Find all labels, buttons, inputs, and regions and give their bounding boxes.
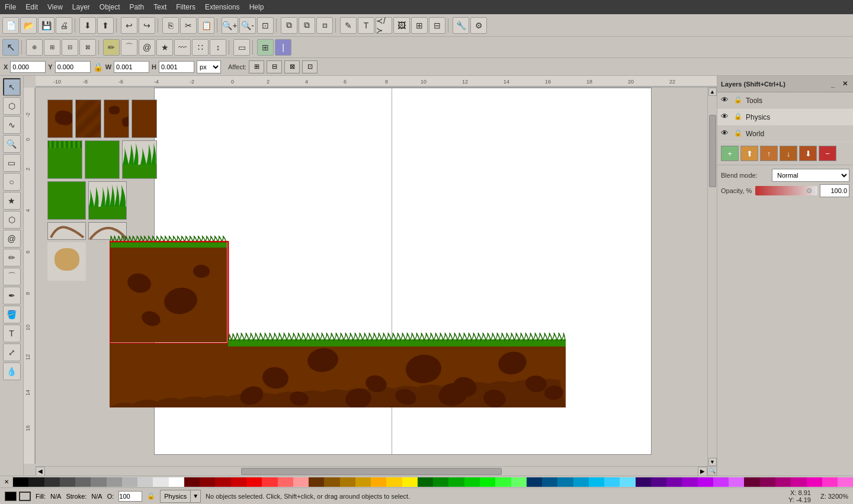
palette-color[interactable] <box>28 477 44 487</box>
palette-color[interactable] <box>355 477 371 487</box>
fill-color-box[interactable] <box>5 492 17 501</box>
palette-color[interactable] <box>822 477 838 487</box>
sprite-grass-anim[interactable] <box>122 140 157 179</box>
layer-raise-to-top-btn[interactable]: ⬆ <box>740 146 758 161</box>
undo-button[interactable]: ↩ <box>121 17 137 34</box>
tweak-tool-btn[interactable]: ∿ <box>3 116 21 134</box>
palette-color[interactable] <box>495 477 511 487</box>
sprite-dirt-rocks2[interactable] <box>104 99 129 138</box>
palette-color[interactable] <box>729 477 744 487</box>
redo-button[interactable]: ↪ <box>139 17 155 34</box>
grid-snap[interactable]: ⊞ <box>257 39 274 56</box>
opacity-slider[interactable] <box>755 186 817 195</box>
diagram-button[interactable]: ⊞ <box>411 17 428 34</box>
x-input[interactable] <box>10 61 46 73</box>
palette-color[interactable] <box>184 477 200 487</box>
palette-color[interactable] <box>542 477 557 487</box>
print-button[interactable]: 🖨 <box>56 17 72 34</box>
layer-raise-btn[interactable]: ↑ <box>760 146 778 161</box>
palette-color[interactable] <box>262 477 277 487</box>
layer-lock-physics[interactable]: 🔒 <box>734 113 743 122</box>
palette-color[interactable] <box>698 477 713 487</box>
layer-item-world[interactable]: 👁 🔒 World <box>717 126 853 142</box>
snap-btn-2[interactable]: ⊞ <box>44 39 60 56</box>
export-button[interactable]: ⬆ <box>97 17 114 34</box>
opacity-input[interactable]: 100.0 <box>820 184 849 197</box>
affect-btn-3[interactable]: ⊠ <box>284 60 300 73</box>
rect-tool-btn[interactable]: ▭ <box>3 154 21 172</box>
menu-path[interactable]: Path <box>125 2 149 12</box>
snap-btn-1[interactable]: ⊕ <box>26 39 43 56</box>
palette-color[interactable] <box>402 477 418 487</box>
hscroll-right-btn[interactable]: ▶ <box>698 467 707 476</box>
palette-color[interactable] <box>433 477 448 487</box>
palette-color[interactable] <box>169 477 184 487</box>
spiral-tool[interactable]: @ <box>139 39 155 56</box>
vertical-scrollbar[interactable]: ▲ ▼ <box>707 88 717 466</box>
affect-btn-2[interactable]: ⊟ <box>267 60 282 73</box>
palette-color[interactable] <box>620 477 635 487</box>
xml-editor-button[interactable]: ≺/≻ <box>376 17 392 34</box>
settings-button[interactable]: ⚙ <box>470 17 487 34</box>
palette-color[interactable] <box>75 477 91 487</box>
canvas-area[interactable] <box>36 88 707 464</box>
menu-text[interactable]: Text <box>149 2 171 12</box>
paste-button[interactable]: 📋 <box>198 17 214 34</box>
clone-tiled-button[interactable]: ⧈ <box>316 17 333 34</box>
open-button[interactable]: 📂 <box>20 17 37 34</box>
palette-color[interactable] <box>527 477 542 487</box>
palette-color[interactable] <box>807 477 822 487</box>
palette-color[interactable] <box>153 477 168 487</box>
unit-select[interactable]: pxmmcm <box>197 60 221 73</box>
palette-color[interactable] <box>13 477 28 487</box>
node-editor-button[interactable]: ✎ <box>340 17 357 34</box>
zoom-tool-btn[interactable]: 🔍 <box>3 135 21 153</box>
star-tool-btn[interactable]: ★ <box>3 192 21 210</box>
text-tool-button[interactable]: T <box>358 17 374 34</box>
palette-color[interactable] <box>44 477 60 487</box>
palette-color[interactable] <box>838 477 853 487</box>
palette-color[interactable] <box>340 477 355 487</box>
sprite-dirt-solid[interactable] <box>132 99 157 138</box>
layer-eye-world[interactable]: 👁 <box>721 129 732 139</box>
text-tool-btn[interactable]: T <box>3 325 21 342</box>
palette-color[interactable] <box>713 477 729 487</box>
palette-color[interactable] <box>91 477 106 487</box>
affect-btn-1[interactable]: ⊞ <box>249 60 264 73</box>
sprite-dirt-plain[interactable] <box>75 99 101 138</box>
sprite-stone[interactable] <box>47 242 86 281</box>
palette-color[interactable] <box>448 477 464 487</box>
sprite-brown-arch1[interactable] <box>47 222 86 240</box>
layer-item-tools[interactable]: 👁 🔒 Tools <box>717 92 853 109</box>
palette-color[interactable] <box>511 477 527 487</box>
palette-color[interactable] <box>573 477 589 487</box>
cut-button[interactable]: ✂ <box>180 17 197 34</box>
palette-color[interactable] <box>666 477 682 487</box>
vscroll-up-btn[interactable]: ▲ <box>708 88 717 96</box>
snap-btn-3[interactable]: ⊟ <box>62 39 78 56</box>
snap-btn-4[interactable]: ⊠ <box>79 39 96 56</box>
wave-tool[interactable]: 〰 <box>174 39 191 56</box>
menu-extensions[interactable]: Extensions <box>200 2 245 12</box>
hscroll-left-btn[interactable]: ◀ <box>36 467 45 476</box>
palette-color[interactable] <box>651 477 666 487</box>
layers-minimize-btn[interactable]: _ <box>828 79 838 89</box>
layer-delete-btn[interactable]: − <box>819 146 836 161</box>
palette-color[interactable] <box>682 477 697 487</box>
h-input[interactable] <box>159 61 194 73</box>
spray-tool[interactable]: ∷ <box>192 39 209 56</box>
palette-color[interactable] <box>293 477 309 487</box>
sprite-grass-1[interactable] <box>47 140 82 179</box>
layer-lower-to-bottom-btn[interactable]: ⬇ <box>799 146 817 161</box>
no-fill-btn[interactable]: ✕ <box>0 476 13 488</box>
rect-tool[interactable]: ▭ <box>233 39 250 56</box>
palette-color[interactable] <box>604 477 620 487</box>
w-input[interactable] <box>114 61 149 73</box>
palette-color[interactable] <box>200 477 215 487</box>
zoom-fit-button[interactable]: ⊡ <box>257 17 274 34</box>
palette-color[interactable] <box>122 477 137 487</box>
palette-color[interactable] <box>464 477 480 487</box>
menu-layer[interactable]: Layer <box>68 2 95 12</box>
palette-color[interactable] <box>744 477 759 487</box>
palette-color[interactable] <box>278 477 293 487</box>
